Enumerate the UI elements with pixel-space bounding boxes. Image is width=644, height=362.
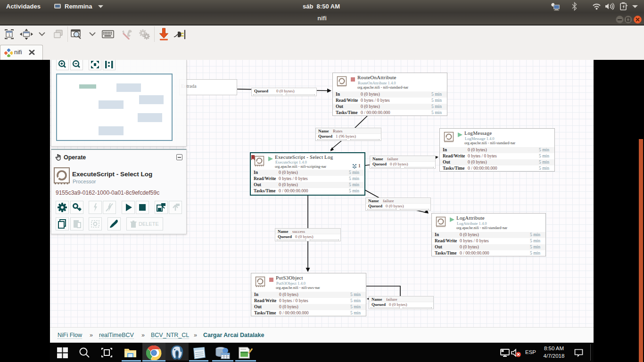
- svg-text:1: 1: [8, 33, 11, 37]
